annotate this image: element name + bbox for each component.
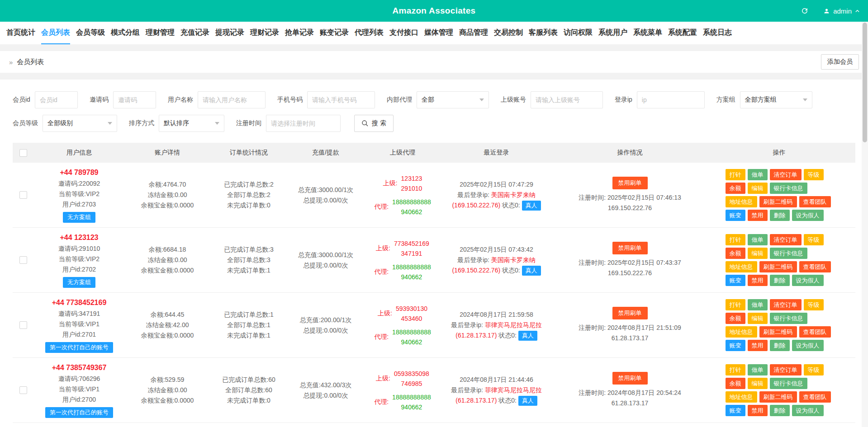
action-button[interactable]: 刷新二维码 bbox=[759, 391, 797, 403]
phone-input[interactable] bbox=[307, 91, 375, 108]
action-button[interactable]: 编辑 bbox=[748, 183, 768, 194]
action-button[interactable]: 银行卡信息 bbox=[770, 248, 807, 259]
scrollbar-thumb[interactable] bbox=[863, 23, 867, 142]
action-button[interactable]: 做单 bbox=[748, 234, 768, 245]
action-button[interactable]: 设为假人 bbox=[792, 340, 824, 351]
action-button[interactable]: 编辑 bbox=[748, 378, 768, 389]
row-checkbox[interactable] bbox=[19, 321, 27, 329]
action-button[interactable]: 余额 bbox=[726, 313, 745, 324]
member-level-select[interactable]: 全部级别 bbox=[43, 115, 117, 132]
nav-item-14[interactable]: 商品管理 bbox=[459, 22, 488, 44]
nav-item-10[interactable]: 账变记录 bbox=[320, 22, 349, 44]
action-button[interactable]: 做单 bbox=[748, 299, 768, 310]
nav-item-9[interactable]: 抢单记录 bbox=[285, 22, 314, 44]
action-button[interactable]: 禁用 bbox=[748, 210, 768, 221]
scrollbar[interactable] bbox=[862, 22, 868, 427]
action-button[interactable]: 刷新二维码 bbox=[759, 326, 797, 338]
action-button[interactable]: 账变 bbox=[726, 210, 745, 221]
nav-item-13[interactable]: 媒体管理 bbox=[424, 22, 453, 44]
action-button[interactable]: 刷新二维码 bbox=[759, 261, 797, 272]
action-button[interactable]: 地址信息 bbox=[726, 326, 757, 338]
nav-item-3[interactable]: 会员等级 bbox=[76, 22, 105, 44]
action-button[interactable]: 清空订单 bbox=[770, 364, 802, 375]
nav-item-5[interactable]: 理财管理 bbox=[146, 22, 175, 44]
action-button[interactable]: 禁用 bbox=[748, 405, 768, 416]
parent-account-input[interactable] bbox=[531, 91, 603, 108]
action-button[interactable]: 禁用 bbox=[748, 275, 768, 286]
select-all-checkbox[interactable] bbox=[19, 149, 27, 157]
action-button[interactable]: 账变 bbox=[726, 275, 745, 286]
action-button[interactable]: 禁用 bbox=[748, 340, 768, 351]
action-button[interactable]: 等级 bbox=[804, 169, 824, 180]
action-button[interactable]: 等级 bbox=[804, 234, 824, 245]
nav-item-21[interactable]: 系统日志 bbox=[703, 22, 732, 44]
username-input[interactable] bbox=[198, 91, 266, 108]
action-button[interactable]: 设为假人 bbox=[792, 275, 824, 286]
plan-group-badge[interactable]: 第一次代打自己的账号 bbox=[45, 342, 113, 353]
action-button[interactable]: 查看团队 bbox=[799, 326, 831, 338]
plan-group-badge[interactable]: 无方案组 bbox=[63, 277, 95, 288]
plan-group-badge[interactable]: 无方案组 bbox=[63, 212, 95, 223]
nav-item-17[interactable]: 访问权限 bbox=[564, 22, 593, 44]
action-button[interactable]: 等级 bbox=[804, 299, 824, 310]
invite-code-input[interactable] bbox=[113, 91, 156, 108]
action-button[interactable]: 账变 bbox=[726, 340, 745, 351]
action-button[interactable]: 做单 bbox=[748, 169, 768, 180]
ban-brush-order-badge[interactable]: 禁用刷单 bbox=[612, 177, 648, 189]
plan-group-select[interactable]: 全部方案组 bbox=[740, 91, 812, 108]
nav-item-16[interactable]: 客服列表 bbox=[529, 22, 558, 44]
action-button[interactable]: 编辑 bbox=[748, 248, 768, 259]
action-button[interactable]: 地址信息 bbox=[726, 196, 757, 207]
action-button[interactable]: 查看团队 bbox=[799, 196, 831, 207]
nav-item-19[interactable]: 系统菜单 bbox=[633, 22, 662, 44]
action-button[interactable]: 地址信息 bbox=[726, 391, 757, 403]
action-button[interactable]: 清空订单 bbox=[770, 234, 802, 245]
internal-agent-select[interactable]: 全部 bbox=[417, 91, 489, 108]
refresh-icon[interactable] bbox=[801, 7, 809, 15]
action-button[interactable]: 地址信息 bbox=[726, 261, 757, 272]
action-button[interactable]: 打针 bbox=[726, 169, 745, 180]
add-member-button[interactable]: 添加会员 bbox=[821, 54, 859, 70]
sort-order-select[interactable]: 默认排序 bbox=[159, 115, 224, 132]
action-button[interactable]: 设为假人 bbox=[792, 210, 824, 221]
user-menu[interactable]: admin bbox=[823, 7, 860, 15]
action-button[interactable]: 查看团队 bbox=[799, 391, 831, 403]
nav-item-11[interactable]: 代理列表 bbox=[355, 22, 384, 44]
action-button[interactable]: 做单 bbox=[748, 364, 768, 375]
ban-brush-order-badge[interactable]: 禁用刷单 bbox=[612, 307, 648, 319]
action-button[interactable]: 删除 bbox=[770, 340, 790, 351]
register-time-input[interactable] bbox=[266, 115, 341, 132]
action-button[interactable]: 设为假人 bbox=[792, 405, 824, 416]
action-button[interactable]: 刷新二维码 bbox=[759, 196, 797, 207]
action-button[interactable]: 余额 bbox=[726, 248, 745, 259]
login-ip-input[interactable] bbox=[637, 91, 705, 108]
real-person-badge[interactable]: 真人 bbox=[518, 396, 537, 406]
nav-item-20[interactable]: 系统配置 bbox=[668, 22, 697, 44]
action-button[interactable]: 打针 bbox=[726, 364, 745, 375]
action-button[interactable]: 银行卡信息 bbox=[770, 183, 807, 194]
ban-brush-order-badge[interactable]: 禁用刷单 bbox=[612, 242, 648, 254]
action-button[interactable]: 银行卡信息 bbox=[770, 378, 807, 389]
nav-item-8[interactable]: 理财记录 bbox=[250, 22, 279, 44]
plan-group-badge[interactable]: 第一次代打自己的账号 bbox=[45, 407, 113, 418]
action-button[interactable]: 等级 bbox=[804, 364, 824, 375]
action-button[interactable]: 清空订单 bbox=[770, 169, 802, 180]
nav-item-2[interactable]: 会员列表 bbox=[41, 22, 70, 44]
action-button[interactable]: 打针 bbox=[726, 234, 745, 245]
row-checkbox[interactable] bbox=[19, 256, 27, 264]
row-checkbox[interactable] bbox=[19, 386, 27, 394]
action-button[interactable]: 删除 bbox=[770, 405, 790, 416]
action-button[interactable]: 账变 bbox=[726, 405, 745, 416]
action-button[interactable]: 删除 bbox=[770, 275, 790, 286]
action-button[interactable]: 清空订单 bbox=[770, 299, 802, 310]
real-person-badge[interactable]: 真人 bbox=[518, 331, 537, 341]
search-button[interactable]: 搜 索 bbox=[354, 115, 394, 132]
nav-item-7[interactable]: 提现记录 bbox=[215, 22, 244, 44]
action-button[interactable]: 删除 bbox=[770, 210, 790, 221]
nav-item-15[interactable]: 交易控制 bbox=[494, 22, 523, 44]
nav-item-18[interactable]: 系统用户 bbox=[598, 22, 627, 44]
real-person-badge[interactable]: 真人 bbox=[522, 266, 541, 276]
member-id-input[interactable] bbox=[35, 91, 78, 108]
nav-item-12[interactable]: 支付接口 bbox=[389, 22, 418, 44]
action-button[interactable]: 查看团队 bbox=[799, 261, 831, 272]
